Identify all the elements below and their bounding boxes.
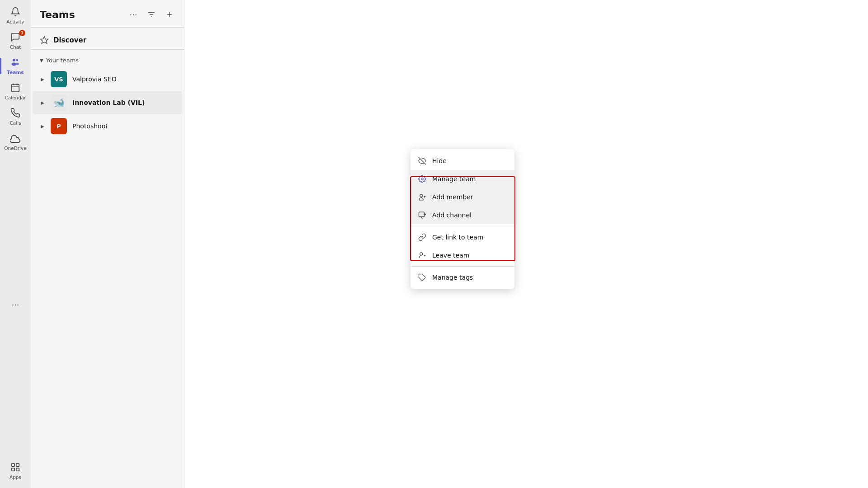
- svg-rect-9: [16, 464, 19, 466]
- more-options-button[interactable]: ···: [126, 7, 141, 22]
- your-teams-section: ▼ Your teams: [31, 53, 184, 67]
- svg-rect-8: [12, 464, 14, 466]
- sidebar-item-chat[interactable]: Chat 1: [3, 29, 28, 52]
- add-member-label: Add member: [432, 193, 473, 201]
- menu-item-add-channel[interactable]: Add channel: [410, 206, 514, 224]
- activity-icon: [10, 6, 21, 17]
- discover-label: Discover: [53, 36, 86, 44]
- svg-rect-10: [12, 468, 14, 471]
- svg-rect-4: [12, 84, 19, 92]
- leave-team-label: Leave team: [432, 252, 469, 259]
- context-menu: Hide Manage team Add membe: [410, 149, 514, 289]
- filter-icon: [147, 10, 156, 19]
- active-indicator: [0, 58, 1, 74]
- sidebar-item-teams[interactable]: Teams: [3, 54, 28, 78]
- get-link-label: Get link to team: [432, 234, 483, 241]
- svg-marker-17: [41, 37, 48, 44]
- expand-icon-vil: ▶: [40, 100, 45, 105]
- svg-point-20: [420, 194, 423, 197]
- discover-row[interactable]: Discover: [31, 31, 184, 50]
- menu-item-get-link[interactable]: Get link to team: [410, 228, 514, 246]
- discover-icon: [40, 36, 49, 45]
- plus-icon: [165, 10, 174, 19]
- vil-name: Innovation Lab (VIL): [72, 99, 145, 106]
- vil-avatar: 🐋: [51, 94, 67, 111]
- calendar-label: Calendar: [5, 95, 26, 100]
- svg-rect-23: [419, 212, 425, 217]
- teams-label: Teams: [7, 70, 24, 75]
- menu-item-hide[interactable]: Hide: [410, 152, 514, 170]
- more-dots-icon: ···: [11, 300, 19, 310]
- team-item-valprovia-seo[interactable]: ▶ VS Valprovia SEO: [33, 67, 182, 91]
- svg-point-0: [13, 59, 15, 61]
- svg-point-3: [15, 63, 19, 66]
- valprovia-name: Valprovia SEO: [72, 75, 117, 83]
- add-member-icon: [418, 192, 427, 202]
- valprovia-avatar: VS: [51, 71, 67, 87]
- photoshoot-avatar: P: [51, 118, 67, 134]
- apps-label: Apps: [9, 474, 21, 480]
- menu-item-manage-team[interactable]: Manage team: [410, 170, 514, 188]
- ellipsis-icon: ···: [129, 10, 137, 19]
- teams-icon: [10, 57, 21, 68]
- your-teams-label: Your teams: [46, 57, 79, 64]
- svg-point-1: [16, 59, 18, 61]
- team-item-photoshoot[interactable]: ▶ P Photoshoot: [33, 114, 182, 138]
- svg-point-28: [420, 253, 423, 255]
- leave-icon: [418, 251, 427, 260]
- link-icon: [418, 233, 427, 242]
- menu-item-manage-tags[interactable]: Manage tags: [410, 268, 514, 286]
- filter-button[interactable]: [144, 7, 159, 22]
- more-apps-button[interactable]: ···: [8, 296, 23, 313]
- activity-label: Activity: [6, 19, 24, 24]
- chat-badge: 1: [19, 30, 25, 36]
- sidebar-item-calendar[interactable]: Calendar: [3, 80, 28, 103]
- add-channel-label: Add channel: [432, 211, 472, 219]
- menu-item-leave-team[interactable]: Leave team: [410, 246, 514, 264]
- add-team-button[interactable]: [162, 7, 177, 22]
- header-actions: ···: [126, 7, 177, 22]
- gear-icon: [418, 174, 427, 183]
- header-divider: [31, 27, 184, 28]
- onedrive-icon: [10, 133, 21, 144]
- calls-label: Calls: [9, 120, 21, 126]
- expand-icon: ▶: [40, 77, 45, 82]
- icon-rail: Activity Chat 1 Teams: [0, 0, 31, 488]
- calendar-icon: [10, 82, 21, 93]
- sidebar-header: Teams ···: [31, 0, 184, 27]
- team-item-innovation-lab[interactable]: ▶ 🐋 Innovation Lab (VIL): [33, 91, 182, 114]
- sidebar-item-apps[interactable]: Apps: [3, 459, 28, 483]
- tag-icon: [418, 273, 427, 282]
- svg-point-19: [421, 178, 424, 180]
- sidebar-item-activity[interactable]: Activity: [3, 4, 28, 27]
- hide-label: Hide: [432, 157, 447, 164]
- manage-tags-label: Manage tags: [432, 274, 473, 281]
- menu-divider-1: [410, 226, 514, 226]
- main-content: Hide Manage team Add membe: [184, 0, 868, 488]
- onedrive-label: OneDrive: [4, 145, 26, 151]
- sidebar-panel: Teams ···: [31, 0, 184, 488]
- chevron-down-icon: ▼: [40, 58, 43, 63]
- svg-rect-11: [16, 468, 19, 471]
- expand-icon-photoshoot: ▶: [40, 124, 45, 129]
- menu-divider-2: [410, 266, 514, 267]
- menu-item-add-member[interactable]: Add member: [410, 188, 514, 206]
- manage-team-label: Manage team: [432, 175, 476, 183]
- calls-icon: [10, 108, 21, 118]
- chat-label: Chat: [10, 44, 21, 50]
- sidebar-item-onedrive[interactable]: OneDrive: [3, 130, 28, 154]
- add-channel-icon: [418, 211, 427, 220]
- photoshoot-name: Photoshoot: [72, 122, 108, 130]
- hide-icon: [418, 156, 427, 165]
- sidebar-title: Teams: [40, 9, 75, 20]
- sidebar-item-calls[interactable]: Calls: [3, 105, 28, 128]
- apps-icon: [10, 462, 21, 473]
